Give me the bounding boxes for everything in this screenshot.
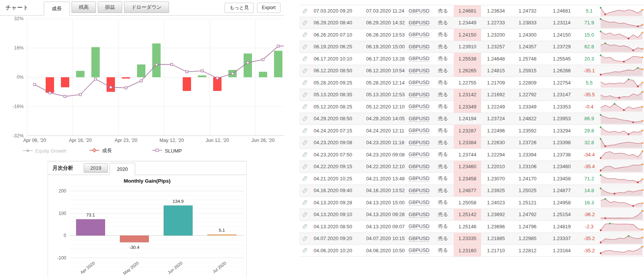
tab-growth[interactable]: 成長 [44, 2, 70, 16]
table-row[interactable]: 04.23.2020 07:50 04.23.2020 09:08 GBPUSD… [299, 149, 644, 161]
attachment-icon[interactable] [302, 44, 308, 50]
symbol-link[interactable]: GBPUSD [409, 44, 430, 50]
table-row[interactable]: 04.06.2020 10:20 04.06.2020 10:50 GBPUSD… [299, 245, 644, 257]
attachment-icon[interactable] [302, 175, 308, 181]
legend-growth[interactable]: 成長 [89, 147, 152, 154]
symbol-link[interactable]: GBPUSD [409, 247, 430, 253]
table-row[interactable]: 04.23.2020 09:08 04.23.2020 11:18 GBPUSD… [299, 137, 644, 149]
symbol-link[interactable]: GBPUSD [409, 8, 430, 14]
table-row[interactable]: 04.13.2020 08:50 04.13.2020 09:07 GBPUSD… [299, 221, 644, 233]
attachment-icon[interactable] [302, 56, 308, 62]
tab-balance[interactable]: 残高 [72, 2, 96, 13]
symbol-link[interactable]: GBPUSD [409, 140, 430, 146]
trade-action: 売る [432, 77, 454, 89]
sparkline-cell [599, 233, 644, 245]
attachment-icon[interactable] [302, 80, 308, 86]
attachment-icon[interactable] [302, 127, 308, 134]
attachment-icon[interactable] [302, 20, 308, 26]
table-row[interactable]: 04.22.2020 09:15 04.22.2020 12:10 GBPUSD… [299, 161, 644, 173]
chart-legend: Equity Growth 成長 SLUMP [0, 146, 284, 156]
export-button[interactable]: Export [257, 3, 281, 13]
price2: 1.23200 [481, 29, 511, 41]
table-row[interactable]: 06.26.2020 07:10 06.26.2020 13:53 GBPUSD… [299, 29, 644, 41]
attachment-icon[interactable] [302, 140, 308, 146]
attachment-cell [299, 209, 311, 221]
open-time: 04.13.2020 08:50 [311, 221, 363, 232]
symbol-link[interactable]: GBPUSD [409, 223, 430, 229]
svg-text:16%: 16% [14, 45, 24, 51]
pips-value: 14.8 [579, 185, 599, 197]
price3: 1.23726 [511, 137, 544, 149]
svg-text:Jun 26, '20: Jun 26, '20 [252, 138, 275, 143]
tab-drawdown[interactable]: ドローダウン [124, 2, 169, 13]
symbol-link[interactable]: GBPUSD [409, 151, 430, 158]
symbol-link[interactable]: GBPUSD [409, 20, 430, 26]
table-row[interactable]: 07.03.2020 09:20 07.03.2020 11:24 GBPUSD… [299, 5, 644, 17]
tab-2020[interactable]: 2020 [110, 163, 135, 175]
legend-equity-growth[interactable]: Equity Growth [23, 148, 89, 154]
table-row[interactable]: 06.19.2020 06:25 06.19.2020 15:00 GBPUSD… [299, 41, 644, 53]
table-row[interactable]: 05.12.2020 08:25 05.12.2020 12:10 GBPUSD… [299, 101, 644, 113]
symbol-link[interactable]: GBPUSD [409, 212, 430, 218]
table-row[interactable]: 04.29.2020 08:50 04.29.2020 14:05 GBPUSD… [299, 113, 644, 125]
attachment-icon[interactable] [302, 151, 308, 158]
symbol-link[interactable]: GBPUSD [409, 175, 430, 181]
legend-slump[interactable]: SLUMP [152, 148, 182, 154]
svg-text:May 2020: May 2020 [122, 261, 139, 275]
sparkline-cell [599, 245, 644, 256]
symbol-link[interactable]: GBPUSD [409, 199, 430, 205]
attachment-icon[interactable] [302, 188, 308, 194]
attachment-icon[interactable] [302, 212, 308, 218]
attachment-icon[interactable] [302, 103, 308, 110]
tab-profit-loss[interactable]: 損益 [98, 2, 122, 13]
table-row[interactable]: 04.21.2020 10:25 04.21.2020 13:48 GBPUSD… [299, 173, 644, 185]
price1-cell: 1.26265 [454, 65, 481, 77]
open-time: 04.13.2020 09:10 [311, 209, 363, 221]
pips-value: -36.2 [579, 209, 599, 221]
table-row[interactable]: 04.13.2020 09:28 04.13.2020 15:00 GBPUSD… [299, 197, 644, 209]
table-row[interactable]: 06.12.2020 08:50 06.12.2020 10:54 GBPUSD… [299, 65, 644, 77]
price3: 1.24300 [511, 29, 544, 41]
symbol-link[interactable]: GBPUSD [409, 103, 430, 110]
table-row[interactable]: 04.07.2020 09:20 04.07.2020 10:15 GBPUSD… [299, 233, 644, 245]
symbol-link[interactable]: GBPUSD [409, 32, 430, 38]
table-row[interactable]: 04.16.2020 09:40 04.16.2020 13:52 GBPUSD… [299, 185, 644, 197]
symbol-link[interactable]: GBPUSD [409, 56, 430, 62]
open-time: 04.29.2020 08:50 [311, 113, 363, 125]
pips-value: 5.1 [579, 5, 599, 17]
attachment-icon[interactable] [302, 116, 308, 122]
attachment-cell [299, 29, 311, 41]
attachment-cell [299, 53, 311, 65]
attachment-icon[interactable] [302, 32, 308, 38]
svg-text:5.1: 5.1 [219, 228, 225, 232]
symbol-link[interactable]: GBPUSD [409, 92, 430, 98]
table-row[interactable]: 06.29.2020 08:40 06.29.2020 14:32 GBPUSD… [299, 17, 644, 29]
symbol-link[interactable]: GBPUSD [409, 68, 430, 74]
symbol-link[interactable]: GBPUSD [409, 164, 430, 170]
price1: 1.25538 [454, 53, 481, 65]
table-row[interactable]: 06.17.2020 10:10 06.17.2020 13:28 GBPUSD… [299, 53, 644, 65]
symbol-link[interactable]: GBPUSD [409, 127, 430, 134]
trade-action: 売る [432, 65, 454, 77]
table-row[interactable]: 05.28.2020 09:25 05.28.2020 12:14 GBPUSD… [299, 77, 644, 89]
symbol-link[interactable]: GBPUSD [409, 236, 430, 242]
trade-action: 売る [432, 185, 454, 197]
attachment-icon[interactable] [302, 223, 308, 229]
attachment-icon[interactable] [302, 92, 308, 98]
symbol-link[interactable]: GBPUSD [409, 188, 430, 194]
table-row[interactable]: 04.13.2020 09:10 04.13.2020 09:28 GBPUSD… [299, 209, 644, 221]
symbol-link[interactable]: GBPUSD [409, 80, 430, 86]
more-button[interactable]: もっと見 [225, 3, 254, 13]
attachment-icon[interactable] [302, 164, 308, 170]
trade-sparkline [600, 149, 643, 160]
symbol-link[interactable]: GBPUSD [409, 116, 430, 122]
attachment-icon[interactable] [302, 199, 308, 205]
attachment-icon[interactable] [302, 236, 308, 242]
attachment-icon[interactable] [302, 247, 308, 253]
attachment-icon[interactable] [302, 68, 308, 74]
table-row[interactable]: 04.24.2020 07:15 04.24.2020 12:11 GBPUSD… [299, 125, 644, 137]
attachment-icon[interactable] [302, 8, 308, 14]
table-row[interactable]: 05.13.2020 08:35 05.13.2020 12:53 GBPUSD… [299, 89, 644, 101]
tab-2019[interactable]: 2019 [84, 163, 108, 173]
trade-action: 売る [432, 161, 454, 173]
